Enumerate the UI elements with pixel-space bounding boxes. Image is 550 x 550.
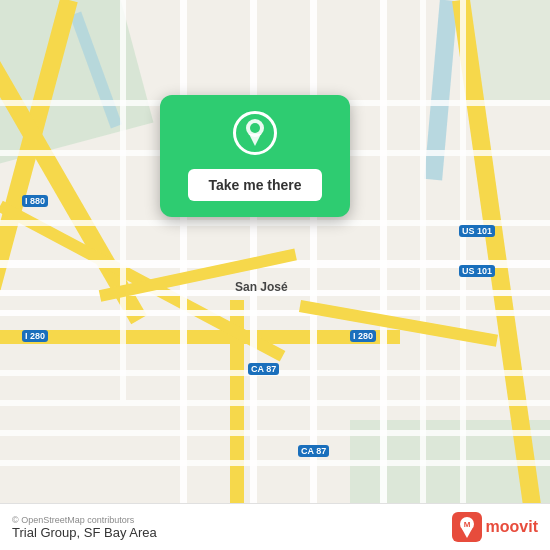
highway-badge-us101-bottom: US 101	[459, 265, 495, 277]
road-v2	[250, 0, 257, 550]
highway-badge-i280-left: I 280	[22, 330, 48, 342]
road-v5	[420, 0, 426, 550]
highway-badge-i880: I 880	[22, 195, 48, 207]
popup-card: Take me there	[160, 95, 350, 217]
highway-badge-us101-top: US 101	[459, 225, 495, 237]
bottom-bar: © OpenStreetMap contributors Trial Group…	[0, 503, 550, 550]
highway-badge-ca87-bottom: CA 87	[298, 445, 329, 457]
location-pin-wrapper	[233, 111, 277, 155]
map-container: San José I 880 I 280 I 280 US 101 US 101…	[0, 0, 550, 550]
moovit-logo: M moovit	[452, 512, 538, 542]
road-h6	[0, 400, 550, 406]
svg-marker-2	[249, 134, 261, 146]
highway-badge-i280-right: I 280	[350, 330, 376, 342]
location-pin-icon	[243, 118, 267, 148]
road-i280-h	[0, 330, 400, 344]
svg-text:M: M	[463, 520, 470, 529]
road-h7	[0, 430, 550, 436]
road-h8	[0, 460, 550, 466]
svg-point-1	[250, 123, 260, 133]
moovit-icon: M	[452, 512, 482, 542]
moovit-brand-text: moovit	[486, 518, 538, 536]
attribution-text: © OpenStreetMap contributors	[12, 515, 157, 525]
city-label: San José	[235, 280, 288, 294]
location-name-text: Trial Group, SF Bay Area	[12, 525, 157, 540]
road-v4	[380, 0, 387, 550]
highway-badge-ca87-top: CA 87	[248, 363, 279, 375]
road-v3	[310, 0, 317, 550]
road-h3	[0, 310, 550, 316]
take-me-there-button[interactable]: Take me there	[188, 169, 321, 201]
bottom-left-info: © OpenStreetMap contributors Trial Group…	[12, 515, 157, 540]
road-v7	[120, 0, 126, 400]
